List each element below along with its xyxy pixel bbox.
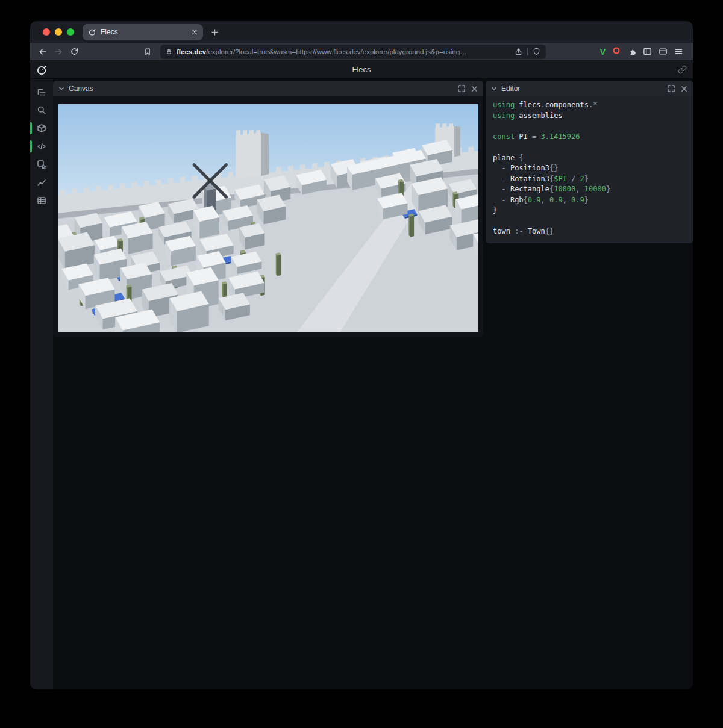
flecs-explorer-page: Flecs: [30, 61, 693, 689]
vimium-extension-button[interactable]: V: [600, 48, 606, 56]
editor-panel-title: Editor: [501, 84, 663, 93]
share-link-button[interactable]: [678, 65, 687, 74]
shield-icon[interactable]: [533, 48, 540, 55]
close-icon[interactable]: [471, 86, 478, 92]
code-editor[interactable]: using flecs.components.*using assemblies…: [486, 96, 693, 243]
reload-icon: [70, 47, 79, 56]
editor-panel-header: Editor: [486, 81, 693, 96]
share-icon[interactable]: [515, 48, 522, 55]
puzzle-icon: [627, 47, 636, 56]
traffic-lights: [30, 28, 81, 36]
url-divider: [527, 48, 528, 55]
flecs-favicon-icon: [88, 28, 96, 36]
sidebar-icon: [643, 47, 652, 56]
menu-button[interactable]: [674, 47, 683, 56]
sidebar-toggle-button[interactable]: [643, 47, 652, 56]
code-line: - Rgb{0.9, 0.9, 0.9}: [493, 195, 686, 206]
bookmarks-button[interactable]: [140, 45, 155, 59]
cube-icon: [37, 123, 46, 133]
panel-icon: [659, 47, 668, 56]
code-line: [493, 121, 686, 132]
sidebar-item-inspect[interactable]: [30, 155, 53, 173]
lock-icon: [166, 48, 172, 55]
canvas-panel-title: Canvas: [69, 84, 454, 93]
window-close-button[interactable]: [43, 28, 50, 36]
forward-icon: [54, 47, 63, 57]
link-icon: [678, 65, 687, 74]
code-line: [493, 142, 686, 153]
window-minimize-button[interactable]: [55, 28, 62, 36]
browser-tab-bar: Flecs: [30, 21, 693, 43]
code-line: - Rotation3{$PI / 2}: [493, 174, 686, 185]
expand-icon[interactable]: [458, 85, 465, 92]
search-icon: [37, 105, 46, 115]
sidebar-item-entity-tree[interactable]: [30, 83, 53, 101]
chevron-down-icon[interactable]: [58, 86, 64, 92]
bookmark-icon: [143, 48, 152, 56]
main-area: Canvas: [30, 79, 693, 689]
flecs-logo-icon: [36, 64, 48, 76]
canvas-3d-scene: [58, 104, 478, 332]
tab-close-icon[interactable]: [192, 29, 198, 35]
code-line: using assemblies: [493, 111, 686, 122]
url-bar[interactable]: flecs.dev/explorer/?local=true&wasm=http…: [160, 45, 546, 59]
page-title: Flecs: [30, 65, 693, 74]
page-header: Flecs: [30, 61, 693, 79]
code-line: town :- Town{}: [493, 226, 686, 237]
inspect-icon: [37, 160, 46, 169]
canvas-panel: Canvas: [53, 81, 483, 337]
record-ring-icon: [612, 46, 621, 55]
plus-icon: [211, 28, 219, 36]
url-actions: [515, 48, 540, 55]
code-line: const PI = 3.1415926: [493, 132, 686, 143]
chevron-down-icon[interactable]: [491, 86, 497, 92]
url-text: flecs.dev/explorer/?local=true&wasm=http…: [177, 48, 510, 55]
tab-title: Flecs: [101, 28, 187, 36]
code-icon: [37, 142, 46, 151]
recorder-extension-button[interactable]: [612, 46, 621, 57]
url-domain: flecs.dev: [177, 48, 206, 55]
sidebar-item-search[interactable]: [30, 101, 53, 119]
code-line: }: [493, 205, 686, 216]
editor-panel: Editor using flecs.components.*using ass…: [486, 81, 693, 243]
sidebar-item-entities[interactable]: [30, 119, 53, 137]
sidebar-item-stats[interactable]: [30, 173, 53, 191]
canvas-panel-header: Canvas: [53, 81, 483, 96]
entity-tree-icon: [37, 87, 46, 97]
table-icon: [37, 196, 46, 205]
code-line: plane {: [493, 153, 686, 164]
code-line: [493, 216, 686, 227]
stats-icon: [37, 178, 46, 187]
back-button[interactable]: [35, 45, 51, 59]
close-icon[interactable]: [681, 86, 687, 92]
tool-sidebar: [30, 79, 53, 689]
sidebar-item-code[interactable]: [30, 137, 53, 155]
extensions-button[interactable]: [627, 47, 636, 56]
toolbar-extensions: V: [600, 46, 688, 57]
code-line: using flecs.components.*: [493, 100, 686, 111]
browser-toolbar: flecs.dev/explorer/?local=true&wasm=http…: [30, 43, 693, 61]
sidebar-item-data[interactable]: [30, 191, 53, 210]
forward-button[interactable]: [51, 45, 66, 59]
back-icon: [38, 47, 48, 57]
browser-window: Flecs flecs.dev/explorer/?local=true&was…: [30, 21, 693, 689]
expand-icon[interactable]: [668, 85, 675, 92]
canvas-viewport[interactable]: [53, 96, 483, 337]
reader-panel-button[interactable]: [659, 47, 668, 56]
reload-button[interactable]: [66, 45, 82, 59]
window-zoom-button[interactable]: [67, 28, 74, 36]
panel-area: Canvas: [53, 79, 693, 689]
code-line: - Position3{}: [493, 163, 686, 174]
code-line: - Rectangle{10000, 10000}: [493, 184, 686, 195]
new-tab-button[interactable]: [211, 28, 219, 36]
url-path: /explorer/?local=true&wasm=https://www.f…: [206, 48, 466, 55]
hamburger-icon: [674, 47, 683, 56]
browser-tab[interactable]: Flecs: [83, 24, 203, 40]
